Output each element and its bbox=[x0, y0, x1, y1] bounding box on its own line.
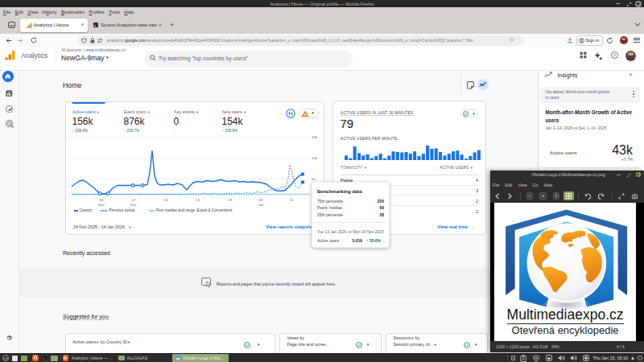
svg-text:?: ? bbox=[613, 53, 616, 58]
